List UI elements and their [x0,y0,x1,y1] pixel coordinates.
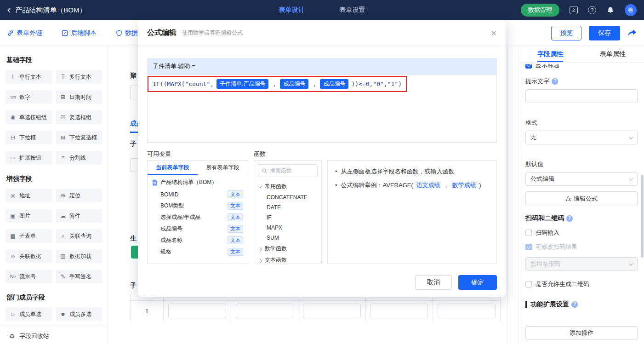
canvas-fragment-text: 聚 [130,72,137,80]
sidebar-item-single-line-text[interactable]: I单行文本 [6,70,52,84]
tab-all-form-fields[interactable]: 所有表单字段 [198,161,248,175]
function-item[interactable]: CONCATENATE [254,192,321,202]
sidebar-item-member-single[interactable]: ☺成员单选 [6,307,52,321]
function-group-common[interactable]: 常用函数 [254,181,321,192]
tab-current-form-fields[interactable]: 当前表单字段 [148,161,198,175]
variables-label: 可用变量 [147,150,248,157]
address-icon: ◎ [9,192,17,199]
variable-item[interactable]: 规格文本 [148,246,248,258]
cell-input[interactable] [303,304,361,318]
scrollbar-thumb[interactable] [641,175,644,258]
bell-icon[interactable] [606,6,615,14]
field-chip[interactable]: 成品编号 [320,79,348,89]
scan-barcode-select[interactable]: 扫描条形码 [525,257,638,271]
form-tree-root[interactable]: 产品结构清单（BOM） [148,175,248,189]
canvas-fragment-text: 生 [130,235,137,243]
help-icon[interactable]: ? [588,6,596,14]
format-select[interactable]: 无 [525,131,638,144]
sidebar-item-dropdown[interactable]: ⊟下拉框 [6,131,52,144]
search-functions-input[interactable] [270,167,313,174]
sidebar-item-serial-number[interactable]: №流水号 [6,270,52,283]
field-chip[interactable]: 成品编号 [280,79,308,89]
sidebar-item-checkbox-group[interactable]: ☑复选框组 [56,110,102,124]
function-group-text[interactable]: 文本函数 [254,254,321,264]
formula-editor[interactable]: IF((MAPX("count", 子件清单.产品编号 ， 成品编号 ， 成品编… [147,75,497,143]
back-chevron-icon[interactable]: ‹ [7,5,11,15]
sidebar-item-data-load[interactable]: ▥数据加载 [56,249,102,263]
sidebar-item-radio-group[interactable]: ◉单选按钮组 [6,110,52,124]
tab-form-settings[interactable]: 表单设置 [340,6,365,14]
field-recycle-bin[interactable]: ♻ 字段回收站 [0,327,108,345]
data-manage-button[interactable]: 数据管理 [521,4,559,17]
member-single-icon: ☺ [9,311,17,317]
section-title-members: 部门成员字段 [6,293,101,302]
sidebar-item-linked-data[interactable]: ∞关联数据 [6,249,52,263]
topbar-tabs: 表单设计 表单设置 [279,6,365,14]
sidebar-item-multi-line-text[interactable]: T多行文本 [56,70,102,84]
type-tag: 文本 [228,190,243,198]
function-group-math[interactable]: 数学函数 [254,243,321,254]
default-value-select[interactable]: 公式编辑 [525,172,638,186]
question-icon[interactable]: ? [552,78,558,85]
single-line-text-icon: I [9,74,17,80]
hint-text-input[interactable] [525,89,638,103]
function-item[interactable]: IF [254,213,321,223]
sidebar-item-subform[interactable]: ▦子表单 [6,229,52,243]
confirm-button[interactable]: 确定 [458,275,497,290]
variable-item[interactable]: 选择成品/半成品文本 [148,212,248,223]
functions-panel: 常用函数 CONCATENATE DATE IF MAPX SUM 数学函数 文… [254,160,322,264]
qr-allow-checkbox[interactable] [525,281,532,288]
question-icon[interactable]: ? [566,215,573,222]
sidebar-item-number[interactable]: 123数字 [6,90,52,104]
dialog-title: 公式编辑 [147,28,177,38]
scan-modify-checkbox[interactable] [525,244,532,250]
edit-formula-button[interactable]: fx 编辑公式 [525,191,638,206]
sidebar-item-datetime[interactable]: ⊞日期时间 [56,90,102,104]
tab-form-design[interactable]: 表单设计 [279,6,305,14]
external-link-item[interactable]: 表单外链 [7,29,42,37]
share-icon[interactable] [627,29,637,37]
sidebar-item-image[interactable]: ▣图片 [6,209,52,223]
variable-item[interactable]: BOM类型文本 [148,200,248,212]
location-icon: ⊕ [59,192,67,199]
function-item[interactable]: DATE [254,202,321,213]
cell-input[interactable] [438,304,496,318]
save-button[interactable]: 保存 [589,26,620,40]
cancel-button[interactable]: 取消 [415,275,452,290]
cell-input[interactable] [168,304,226,318]
formula-text: ))<=0,"0","1") [351,80,402,87]
sidebar-item-divider[interactable]: ≡分割线 [56,151,102,165]
close-icon[interactable]: × [491,29,496,38]
function-search-box[interactable] [258,164,318,177]
variable-item[interactable]: 成品名称文本 [148,235,248,246]
avatar[interactable]: 检 [625,4,637,16]
variable-item[interactable]: 成品编号文本 [148,223,248,235]
dropdown-multi-icon: ⊠ [59,134,67,141]
variable-item[interactable]: BOMID文本 [148,189,248,200]
sidebar-item-linked-query[interactable]: ⌕关联查询 [56,229,102,243]
field-chip[interactable]: 子件清单.产品编号 [217,79,268,89]
show-title-checkbox[interactable] [525,64,532,69]
fx-icon: fx [565,196,571,202]
canvas-green-button-fragment[interactable] [131,246,138,259]
preview-button[interactable]: 预览 [551,26,581,40]
sidebar-item-attachment[interactable]: ☁附件 [56,209,102,223]
functions-label: 函数 [254,150,322,157]
sidebar-item-dropdown-multi[interactable]: ⊠下拉复选框 [56,131,102,144]
function-item[interactable]: SUM [254,233,321,243]
function-item[interactable]: MAPX [254,223,321,233]
sidebar-item-extend-button[interactable]: ▭扩展按钮 [6,151,52,165]
sidebar-item-address[interactable]: ◎地址 [6,189,52,202]
scan-input-checkbox[interactable] [525,230,532,236]
backend-script-item[interactable]: 后端脚本 [62,29,97,37]
sidebar-item-signature[interactable]: ✎手写签名 [56,270,102,283]
cell-input[interactable] [370,304,428,318]
add-action-button[interactable]: 添加操作 [525,326,638,340]
translate-icon[interactable]: 文 [570,6,578,14]
sidebar-item-member-multi[interactable]: ☻成员多选 [56,307,102,321]
cell-input[interactable] [236,304,294,318]
sidebar-item-location[interactable]: ⊕定位 [56,189,102,202]
tab-form-properties[interactable]: 表单属性 [581,46,644,62]
question-icon[interactable]: ? [571,301,578,308]
tab-field-properties[interactable]: 字段属性 [519,46,581,62]
